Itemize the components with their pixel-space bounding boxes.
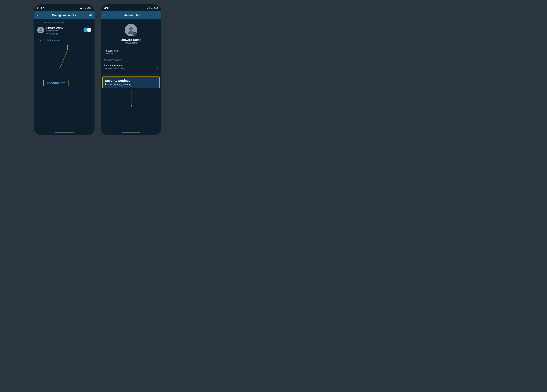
back-button-left[interactable]: < xyxy=(37,13,38,17)
profile-email: lifewire.demo xyxy=(125,42,137,44)
home-indicator-right xyxy=(101,130,161,135)
status-bar-left: 3:42 ↗ ▲ xyxy=(34,4,95,11)
svg-point-1 xyxy=(39,31,42,32)
nav-title-right: Account Info xyxy=(107,14,159,17)
status-icons-left: ▲ xyxy=(80,7,91,9)
security-callout-title: Security Settings xyxy=(105,79,157,82)
nav-bar-right: < Account Info xyxy=(101,11,161,19)
security-settings-chevron: › xyxy=(157,66,158,68)
svg-point-8 xyxy=(131,105,132,106)
security-section-label: ACCOUNT SECURITY xyxy=(101,57,161,62)
signal-bars-left xyxy=(80,7,83,9)
wifi-icon-right: ▲ xyxy=(151,7,153,9)
right-phone: 3:42 ↗ ▲ < Account Info xyxy=(101,4,161,135)
status-icons-right: ▲ xyxy=(147,7,158,9)
svg-line-3 xyxy=(60,50,67,69)
add-account-row[interactable]: + Add account xyxy=(34,37,95,44)
account-row: Lifewire Demo lifewire.demo Account Info xyxy=(34,25,95,37)
status-time-right: 3:42 ↗ xyxy=(104,7,110,9)
personal-info-item[interactable]: Personal Info First name, ... › xyxy=(101,47,161,57)
security-callout-subtitle: Phone number, security xyxy=(105,83,157,86)
right-screen-content: 📷 Lifewire Demo lifewire.demo Personal I… xyxy=(101,19,161,130)
location-arrow-left: ↗ xyxy=(42,7,44,9)
location-arrow-right: ↗ xyxy=(109,7,110,9)
plus-icon: + xyxy=(37,39,44,42)
security-settings-title: Security Settings xyxy=(104,64,157,67)
battery-right xyxy=(154,7,158,9)
signal-bars-right xyxy=(147,7,150,9)
svg-point-5 xyxy=(129,27,133,31)
user-icon xyxy=(38,28,43,32)
security-settings-subtitle: Phone number, security xyxy=(104,67,157,70)
camera-badge: 📷 xyxy=(133,32,137,36)
personal-info-subtitle: First name, ... xyxy=(104,53,157,55)
add-account-text[interactable]: Add account xyxy=(47,39,60,42)
security-callout-box: Security Settings Phone number, security xyxy=(102,76,160,88)
nav-bar-left: < Manage Accounts Edit xyxy=(34,11,95,19)
battery-left xyxy=(87,7,91,9)
edit-button[interactable]: Edit xyxy=(88,14,92,17)
account-name: Lifewire Demo xyxy=(46,27,82,29)
profile-name: Lifewire Demo xyxy=(120,38,142,42)
status-bar-right: 3:42 ↗ ▲ xyxy=(101,4,161,11)
accounts-section-label: USE THESE ACCOUNTS IN AOL xyxy=(34,19,95,25)
account-details: Lifewire Demo lifewire.demo Account Info xyxy=(46,27,82,35)
personal-info-title: Personal Info xyxy=(104,49,157,52)
profile-section: 📷 Lifewire Demo lifewire.demo xyxy=(101,19,161,47)
status-time-left: 3:42 ↗ xyxy=(37,7,44,9)
security-settings-item[interactable]: Security Settings Phone number, security… xyxy=(101,62,161,72)
personal-info-chevron: › xyxy=(157,51,158,53)
account-toggle[interactable] xyxy=(83,27,91,32)
svg-point-0 xyxy=(40,28,41,30)
account-email: lifewire.demo xyxy=(46,29,82,32)
profile-avatar[interactable]: 📷 xyxy=(125,24,137,36)
left-screen-content: USE THESE ACCOUNTS IN AOL Lifewire Demo … xyxy=(34,19,95,130)
back-button-right[interactable]: < xyxy=(103,13,105,17)
left-phone: 3:42 ↗ ▲ < Manage Accounts Edit USE xyxy=(34,4,95,135)
svg-point-4 xyxy=(67,45,68,46)
account-avatar xyxy=(37,27,44,33)
account-info-link[interactable]: Account Info xyxy=(46,33,82,35)
account-info-callout: Account Info xyxy=(43,80,68,86)
nav-title-left: Manage Accounts xyxy=(40,14,88,17)
wifi-icon-left: ▲ xyxy=(84,7,86,9)
home-indicator-left xyxy=(34,130,95,135)
